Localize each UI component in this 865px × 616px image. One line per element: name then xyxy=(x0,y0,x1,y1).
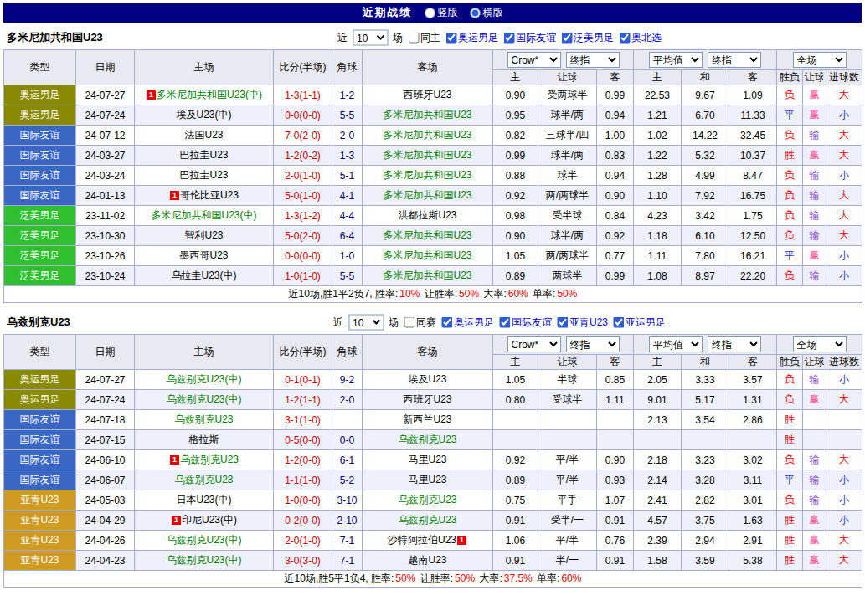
home-team-link[interactable]: 1多米尼加共和国U23(中) xyxy=(135,85,274,105)
score-link[interactable]: 3-0(3-0) xyxy=(274,551,332,571)
away-team-link[interactable]: 沙特阿拉伯U231 xyxy=(363,531,493,551)
competition-filter[interactable]: 奥北选 xyxy=(619,31,662,45)
competition-filter[interactable]: 亚青U23 xyxy=(557,316,608,330)
home-team-link[interactable]: 巴拉圭U23 xyxy=(135,146,274,166)
away-team-link[interactable]: 埃及U23 xyxy=(363,370,493,390)
avg-source-select[interactable]: 终指 xyxy=(708,336,761,352)
home-team-link[interactable]: 乌兹别克U23 xyxy=(135,470,274,490)
home-team-link[interactable]: 墨西哥U23 xyxy=(135,246,274,266)
competition-filter[interactable]: 国际友谊 xyxy=(503,31,556,45)
competition-checkbox[interactable] xyxy=(619,33,630,44)
same-filter[interactable]: 同主 xyxy=(408,31,440,45)
layout-vertical-radio[interactable] xyxy=(425,8,435,18)
home-team-link[interactable]: 巴拉圭U23 xyxy=(135,166,274,186)
home-team-link[interactable]: 1哥伦比亚U23 xyxy=(135,186,274,206)
away-team-link[interactable]: 多米尼加共和国U23 xyxy=(363,105,493,126)
away-team-link[interactable]: 多米尼加共和国U23 xyxy=(363,126,493,146)
competition-filter[interactable]: 奥运男足 xyxy=(441,316,494,330)
home-team-link[interactable]: 乌拉圭U23(中) xyxy=(135,266,274,286)
score-link[interactable]: 0-1(0-1) xyxy=(274,370,332,390)
avg-source-select[interactable]: 终指 xyxy=(708,52,761,68)
competition-checkbox[interactable] xyxy=(445,33,456,44)
score-link[interactable]: 1-0(1-0) xyxy=(274,266,332,286)
competition-checkbox[interactable] xyxy=(561,33,572,44)
layout-horizontal-radio[interactable] xyxy=(470,8,481,18)
score-link[interactable]: 0-5(0-0) xyxy=(274,430,332,450)
score-link[interactable]: 5-0(2-0) xyxy=(274,226,332,246)
away-team-link[interactable]: 多米尼加共和国U23 xyxy=(363,226,493,246)
away-team-link[interactable]: 多米尼加共和国U23 xyxy=(363,266,493,286)
home-team-link[interactable]: 乌兹别克U23(中) xyxy=(135,370,274,390)
scope-select[interactable]: 全场 xyxy=(793,52,847,68)
away-team-link[interactable]: 乌兹别克U23 xyxy=(363,430,493,450)
competition-checkbox[interactable] xyxy=(441,317,452,328)
away-team-link[interactable]: 多米尼加共和国U23 xyxy=(363,146,493,166)
competition-filter[interactable]: 奥运男足 xyxy=(445,31,498,45)
home-team-link[interactable]: 法国U23 xyxy=(135,126,274,146)
score-link[interactable]: 1-1(1-0) xyxy=(274,470,332,490)
odds-away: 1.00 xyxy=(597,126,634,146)
away-team-link[interactable]: 马里U23 xyxy=(363,450,493,470)
odds-source-select[interactable]: Crow* xyxy=(507,52,561,68)
home-team-link[interactable]: 埃及U23(中) xyxy=(135,105,274,126)
away-team-link[interactable]: 马里U23 xyxy=(363,470,493,490)
score-link[interactable]: 0-0(0-0) xyxy=(274,105,332,126)
away-team-link[interactable]: 洪都拉斯U23 xyxy=(363,206,493,226)
score-link[interactable]: 5-0(1-0) xyxy=(274,186,332,206)
competition-filter[interactable]: 泛美男足 xyxy=(561,31,614,45)
match-count-select[interactable]: 10 xyxy=(348,315,384,331)
home-team-link[interactable]: 1乌兹别克U23 xyxy=(135,450,274,470)
score-link[interactable]: 0-2(0-0) xyxy=(274,511,332,531)
away-team-link[interactable]: 西班牙U23 xyxy=(363,85,493,105)
score-link[interactable]: 3-1(1-0) xyxy=(274,410,332,430)
score-link[interactable]: 1-0(0-0) xyxy=(274,490,332,511)
match-count-select[interactable]: 10 xyxy=(353,30,388,46)
same-filter-checkbox[interactable] xyxy=(408,33,419,44)
competition-checkbox[interactable] xyxy=(613,317,624,328)
score-link[interactable]: 0-0(0-0) xyxy=(274,246,332,266)
away-team-link[interactable]: 乌兹别克U23 xyxy=(363,511,493,531)
same-filter-checkbox[interactable] xyxy=(404,317,414,328)
competition-checkbox[interactable] xyxy=(503,33,514,44)
away-team-link[interactable]: 多米尼加共和国U23 xyxy=(363,186,493,206)
score-link[interactable]: 7-0(2-0) xyxy=(274,126,332,146)
score-link[interactable]: 1-2(1-1) xyxy=(274,390,332,410)
home-team-link[interactable]: 智利U23 xyxy=(135,226,274,246)
home-team-link[interactable]: 格拉斯 xyxy=(135,430,274,450)
competition-filter[interactable]: 亚运男足 xyxy=(613,316,666,330)
away-team-link[interactable]: 多米尼加共和国U23 xyxy=(363,246,493,266)
away-team-link[interactable]: 越南U23 xyxy=(363,551,493,571)
home-team-link[interactable]: 乌兹别克U23(中) xyxy=(135,551,274,571)
competition-checkbox[interactable] xyxy=(557,317,568,328)
home-team-link[interactable]: 乌兹别克U23 xyxy=(135,410,274,430)
away-team-link[interactable]: 新西兰U23 xyxy=(363,410,493,430)
score-link[interactable]: 1-2(0-2) xyxy=(274,146,332,166)
same-filter[interactable]: 同赛 xyxy=(404,316,436,330)
score-link[interactable]: 2-0(1-0) xyxy=(274,531,332,551)
score-link[interactable]: 2-0(1-0) xyxy=(274,166,332,186)
away-team-link[interactable]: 多米尼加共和国U23 xyxy=(363,166,493,186)
competition-checkbox[interactable] xyxy=(499,317,510,328)
scope-select[interactable]: 全场 xyxy=(793,336,847,352)
home-team-link[interactable]: 1印尼U23(中) xyxy=(135,511,274,531)
score-link[interactable]: 1-2(0-0) xyxy=(274,450,332,470)
away-team-link[interactable]: 西班牙U23 xyxy=(363,390,493,410)
avg-source-select[interactable]: 平均值 xyxy=(649,52,703,68)
score-link[interactable]: 1-3(1-1) xyxy=(274,85,332,105)
away-team-link[interactable]: 乌兹别克U23 xyxy=(363,490,493,511)
odds-source-select[interactable]: Crow* xyxy=(507,336,561,352)
avg-source-select[interactable]: 平均值 xyxy=(649,336,703,352)
home-team-link[interactable]: 多米尼加共和国U23(中) xyxy=(135,206,274,226)
layout-horizontal-option[interactable]: 横版 xyxy=(470,6,503,20)
odds-source-select[interactable]: 终指 xyxy=(566,52,620,68)
odds-home: 0.89 xyxy=(493,470,538,490)
summary-segment: 单率: xyxy=(534,572,560,584)
home-team-link[interactable]: 日本U23(中) xyxy=(135,490,274,511)
col-header-home: 主场 xyxy=(135,335,274,370)
layout-vertical-option[interactable]: 竖版 xyxy=(425,6,458,20)
home-team-link[interactable]: 乌兹别克U23(中) xyxy=(135,531,274,551)
odds-source-select[interactable]: 终指 xyxy=(566,336,620,352)
score-link[interactable]: 1-3(1-2) xyxy=(274,206,332,226)
home-team-link[interactable]: 乌兹别克U23(中) xyxy=(135,390,274,410)
competition-filter[interactable]: 国际友谊 xyxy=(499,316,552,330)
